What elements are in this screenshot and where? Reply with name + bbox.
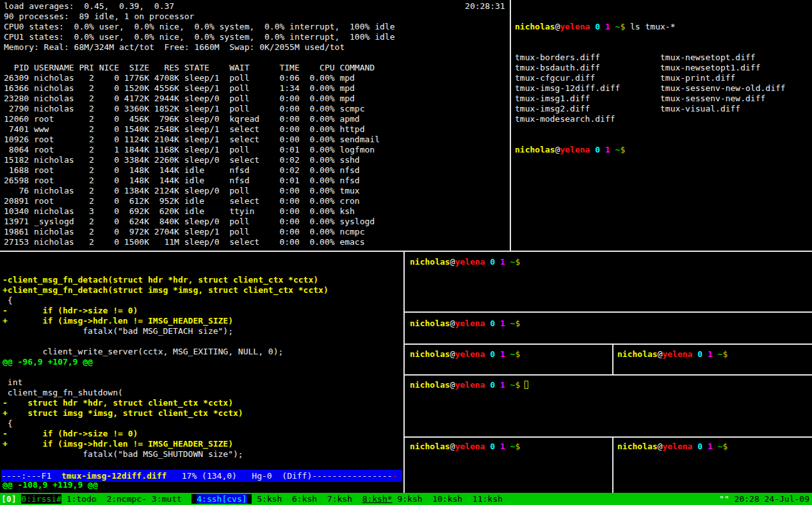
window-status-3-mutt[interactable]: 3:mutt <box>152 494 187 504</box>
pane-shell-2[interactable]: nicholas@yelena 0 1 ~$ <box>407 314 811 343</box>
diff-line-ctx <box>3 367 402 377</box>
diff-line-del: -client_msg_fn_detach(struct hdr *hdr, s… <box>3 275 402 285</box>
prompt-host: yelena <box>455 319 485 328</box>
diff-line-ctx: fatalx("bad MSG_SHUTDOWN size"); <box>3 449 402 459</box>
prompt-symbol: $ <box>620 145 625 154</box>
prompt-host: yelena <box>455 442 485 451</box>
diff-line-hunk: @@ -96,9 +107,9 @@ <box>3 357 402 367</box>
prompt-user: nicholas <box>617 349 658 359</box>
process-row: 76 nicholas 2 0 1384K 2124K sleep/0 poll… <box>4 186 508 196</box>
prompt-user: nicholas <box>515 22 555 31</box>
window-status-5-ksh[interactable]: 5:ksh <box>257 494 287 504</box>
prompt-window-index: 0 <box>590 145 600 154</box>
diff-line-del: - if (hdr->size != 0) <box>3 429 402 439</box>
prompt-user: nicholas <box>515 145 555 154</box>
pane-border-r3-vertical[interactable] <box>612 345 613 374</box>
ls-file-line: tmux-imsg-12diff.diff tmux-sessenv-new-o… <box>515 83 811 94</box>
shell-prompt: nicholas@yelena 0 1 ~$ <box>515 145 625 154</box>
prompt-host: yelena <box>560 22 590 31</box>
window-status-9-ksh[interactable]: 9:ksh <box>397 494 427 504</box>
diff-line-ctx: fatalx("bad MSG_DETACH size"); <box>3 326 402 336</box>
process-row: 26309 nicholas 2 0 1776K 4708K sleep/1 p… <box>4 73 508 83</box>
prompt-window-index: 0 <box>590 22 600 31</box>
pane-shell-6[interactable]: nicholas@yelena 0 1 ~$ <box>615 439 811 493</box>
process-row: 12060 root 2 0 456K 796K sleep/0 kqread … <box>4 114 508 124</box>
window-status-10-ksh[interactable]: 10:ksh <box>432 494 467 504</box>
tmux-screen: load averages: 0.45, 0.39, 0.37 20:28:31… <box>0 0 812 505</box>
process-row: 20891 root 2 0 612K 952K idle select 0:0… <box>4 196 508 206</box>
emacs-diff-buffer: -client_msg_fn_detach(struct hdr *hdr, s… <box>1 274 402 490</box>
pane-shell-ls[interactable]: nicholas@yelena 0 1 ~$ ls tmux-* tmux-bo… <box>514 1 811 249</box>
pane-shell-4[interactable]: nicholas@yelena 0 1 ~$ <box>615 346 811 374</box>
diff-line-ctx: { <box>3 418 402 429</box>
prompt-pane-index: 1 <box>495 380 505 390</box>
prompt-host: yelena <box>662 442 692 451</box>
pane-top-processes[interactable]: load averages: 0.45, 0.39, 0.37 20:28:31… <box>1 1 508 249</box>
diff-line-ctx: int <box>3 377 402 388</box>
window-status-1-todo[interactable]: 1:todo <box>67 494 102 504</box>
prompt-symbol: $ <box>515 349 520 359</box>
terminal-cursor <box>524 381 528 389</box>
pane-border-r1-horizontal[interactable] <box>405 311 812 313</box>
ls-file-line: tmux-imsg1.diff tmux-sessenv-new.diff <box>515 94 811 104</box>
process-row: 27153 nicholas 2 0 1500K 11M sleep/0 sel… <box>4 237 508 247</box>
pane-border-r4-horizontal[interactable] <box>405 436 812 438</box>
pane-shell-1[interactable]: nicholas@yelena 0 1 ~$ <box>407 253 811 311</box>
pane-shell-active[interactable]: nicholas@yelena 0 1 ~$ <box>407 377 811 436</box>
prompt-host: yelena <box>455 349 485 359</box>
shell-prompt-line: nicholas@yelena 0 1 ~$ <box>515 145 811 155</box>
window-list: 0:irssi# 1:todo 2:ncmpc- 3:mutt 4:ssh[cv… <box>21 494 503 504</box>
window-status-2-ncmpc-[interactable]: 2:ncmpc- <box>106 494 147 504</box>
top-summary-line: Memory: Real: 68M/324M act/tot Free: 166… <box>4 42 508 53</box>
status-spacer <box>759 494 765 504</box>
prompt-host: yelena <box>455 257 485 267</box>
pane-border-middle-horizontal[interactable] <box>0 251 812 252</box>
emacs-modeline: ----:---F1 tmux-imsg-12diff.diff 17% (13… <box>1 470 402 482</box>
prompt-window-index: 0 <box>485 349 495 359</box>
shell-prompt: nicholas@yelena 0 1 ~$ <box>410 380 520 390</box>
prompt-pane-index: 1 <box>495 257 505 267</box>
pane-shell-3[interactable]: nicholas@yelena 0 1 ~$ <box>407 346 611 374</box>
process-row: 26598 root 2 0 148K 144K idle nfsd 0:01 … <box>4 176 508 186</box>
prompt-host: yelena <box>662 349 692 359</box>
shell-command-line: nicholas@yelena 0 1 ~$ ls tmux-* <box>515 22 811 32</box>
prompt-symbol: $ <box>515 257 520 267</box>
prompt-pane-index: 1 <box>600 145 610 154</box>
prompt-user: nicholas <box>410 380 450 390</box>
process-row: 8064 root 2 1 1844K 1168K sleep/1 poll 0… <box>4 145 508 155</box>
process-row: 2790 nicholas 2 0 3360K 1852K sleep/1 po… <box>4 104 508 114</box>
prompt-cwd: ~ <box>610 145 621 154</box>
prompt-user: nicholas <box>410 349 450 359</box>
prompt-cwd: ~ <box>505 257 516 267</box>
prompt-user: nicholas <box>410 442 450 451</box>
window-status-4-ssh-cvs-[interactable]: 4:ssh[cvs] <box>197 494 247 504</box>
window-status-7-ksh[interactable]: 7:ksh <box>327 494 357 504</box>
prompt-pane-index: 1 <box>495 442 505 451</box>
process-row: 10926 root 2 0 1124K 2104K sleep/1 selec… <box>4 135 508 145</box>
shell-prompt: nicholas@yelena 0 1 ~$ <box>410 257 520 267</box>
process-row: 13971 _syslogd 2 0 624K 840K sleep/0 pol… <box>4 217 508 227</box>
shell-prompt: nicholas@yelena 0 1 ~$ <box>617 349 727 359</box>
window-status-6-ksh[interactable]: 6:ksh <box>292 494 322 504</box>
status-clock: 20:28 <box>735 494 759 504</box>
window-status-0-irssi-[interactable]: 0:irssi# <box>21 494 61 504</box>
pane-border-r5-vertical[interactable] <box>612 438 613 493</box>
process-table-header: PID USERNAME PRI NICE SIZE RES STATE WAI… <box>4 63 508 73</box>
window-status-8-ksh-[interactable]: 8:ksh* <box>362 494 393 504</box>
status-spacer <box>729 494 735 504</box>
pane-shell-5[interactable]: nicholas@yelena 0 1 ~$ <box>407 439 611 493</box>
pane-border-r3-horizontal[interactable] <box>405 374 812 376</box>
pane-emacs[interactable]: -client_msg_fn_detach(struct hdr *hdr, s… <box>1 253 402 493</box>
prompt-symbol: $ <box>722 349 727 359</box>
diff-line-del: - struct hdr *hdr, struct client_ctx *cc… <box>3 398 402 408</box>
prompt-cwd: ~ <box>713 442 723 451</box>
prompt-user: nicholas <box>617 442 658 451</box>
shell-prompt: nicholas@yelena 0 1 ~$ <box>410 442 520 451</box>
top-summary-line: CPU1 states: 0.0% user, 0.0% nice, 0.0% … <box>4 32 508 42</box>
pane-border-r2-horizontal[interactable] <box>405 344 812 345</box>
window-status-11-ksh[interactable]: 11:ksh <box>473 494 503 504</box>
prompt-host: yelena <box>455 380 485 390</box>
blank-line <box>4 53 508 63</box>
pane-border-top-vertical[interactable] <box>510 0 511 251</box>
pane-border-bottom-vertical[interactable] <box>403 252 405 493</box>
